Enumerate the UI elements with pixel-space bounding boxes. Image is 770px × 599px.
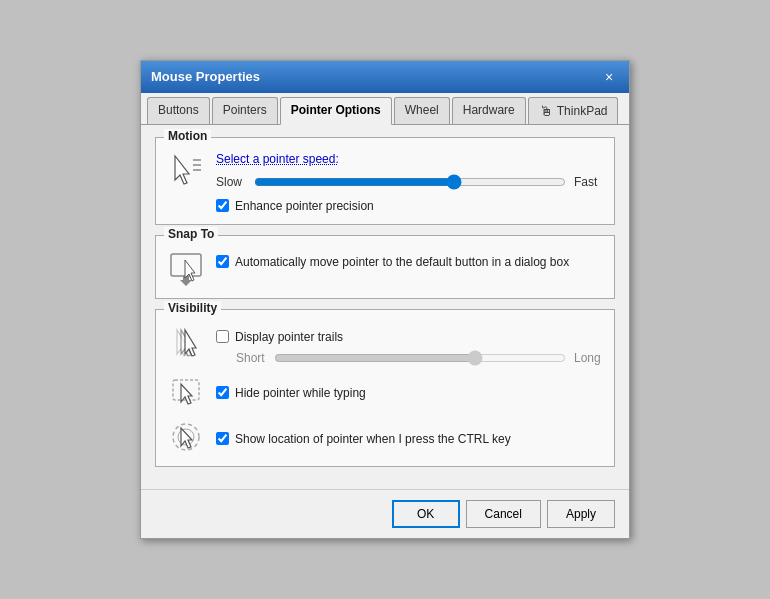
- ctrl-icon: [166, 418, 206, 456]
- apply-button[interactable]: Apply: [547, 500, 615, 528]
- trails-label: Display pointer trails: [235, 329, 343, 346]
- svg-marker-0: [175, 156, 189, 184]
- title-bar-buttons: ×: [599, 67, 619, 87]
- snap-to-title: Snap To: [164, 227, 218, 241]
- visibility-title: Visibility: [164, 301, 221, 315]
- ok-button[interactable]: OK: [392, 500, 460, 528]
- snap-to-label: Automatically move pointer to the defaul…: [235, 254, 569, 271]
- tab-bar: Buttons Pointers Pointer Options Wheel H…: [141, 93, 629, 125]
- snap-to-section: Snap To Automatically move pointer to th…: [155, 235, 615, 299]
- show-location-checkbox[interactable]: [216, 432, 229, 445]
- ctrl-label: Show location of pointer when I press th…: [235, 431, 511, 448]
- snap-icon: [166, 250, 206, 288]
- slow-label: Slow: [216, 175, 246, 189]
- motion-icon: [166, 152, 206, 190]
- dialog-content: Motion Select a pointer speed: Slow: [141, 125, 629, 490]
- trails-icon: [166, 324, 206, 366]
- hide-controls: Hide pointer while typing: [216, 381, 604, 402]
- motion-section: Motion Select a pointer speed: Slow: [155, 137, 615, 226]
- motion-inner: Select a pointer speed: Slow Fast Enhanc…: [166, 152, 604, 215]
- motion-controls: Select a pointer speed: Slow Fast Enhanc…: [216, 152, 604, 215]
- trails-length-slider[interactable]: [274, 350, 566, 366]
- hide-cursor-icon: [167, 372, 205, 410]
- svg-marker-9: [185, 330, 196, 356]
- trails-checkbox-row: Display pointer trails: [216, 329, 604, 346]
- display-trails-checkbox[interactable]: [216, 330, 229, 343]
- enhance-precision-row: Enhance pointer precision: [216, 198, 604, 215]
- ctrl-row: Show location of pointer when I press th…: [166, 418, 604, 456]
- svg-marker-11: [181, 384, 192, 404]
- tab-buttons[interactable]: Buttons: [147, 97, 210, 124]
- snap-inner: Automatically move pointer to the defaul…: [166, 250, 604, 288]
- fast-label: Fast: [574, 175, 604, 189]
- close-button[interactable]: ×: [599, 67, 619, 87]
- dialog-footer: OK Cancel Apply: [141, 489, 629, 538]
- tab-pointers[interactable]: Pointers: [212, 97, 278, 124]
- enhance-precision-label: Enhance pointer precision: [235, 198, 374, 215]
- motion-cursor-icon: [167, 152, 205, 190]
- trails-row: Display pointer trails Short Long: [166, 324, 604, 366]
- visibility-inner: Display pointer trails Short Long: [166, 324, 604, 456]
- cancel-button[interactable]: Cancel: [466, 500, 541, 528]
- speed-label: Select a pointer speed:: [216, 152, 604, 166]
- visibility-section: Visibility Display pointer t: [155, 309, 615, 467]
- thinkpad-icon: 🖱: [539, 103, 553, 119]
- short-label: Short: [236, 351, 266, 365]
- snap-to-checkbox[interactable]: [216, 255, 229, 268]
- trails-cursor-icon: [167, 324, 205, 366]
- hide-label: Hide pointer while typing: [235, 385, 366, 402]
- trails-slider-row: Short Long: [216, 350, 604, 366]
- hide-pointer-checkbox[interactable]: [216, 386, 229, 399]
- long-label: Long: [574, 351, 604, 365]
- hide-checkbox-row: Hide pointer while typing: [216, 385, 604, 402]
- dialog-title: Mouse Properties: [151, 69, 260, 84]
- tab-pointer-options[interactable]: Pointer Options: [280, 97, 392, 125]
- ctrl-cursor-icon: [167, 418, 205, 456]
- pointer-speed-slider[interactable]: [254, 174, 566, 190]
- hide-row: Hide pointer while typing: [166, 372, 604, 410]
- tab-wheel[interactable]: Wheel: [394, 97, 450, 124]
- enhance-precision-checkbox[interactable]: [216, 199, 229, 212]
- speed-slider-row: Slow Fast: [216, 174, 604, 190]
- title-bar: Mouse Properties ×: [141, 61, 629, 93]
- svg-marker-14: [181, 428, 192, 448]
- motion-title: Motion: [164, 129, 211, 143]
- snap-checkbox-row: Automatically move pointer to the defaul…: [216, 254, 604, 271]
- mouse-properties-dialog: Mouse Properties × Buttons Pointers Poin…: [140, 60, 630, 540]
- ctrl-checkbox-row: Show location of pointer when I press th…: [216, 431, 604, 448]
- hide-icon: [166, 372, 206, 410]
- snap-controls: Automatically move pointer to the defaul…: [216, 250, 604, 271]
- tab-thinkpad[interactable]: 🖱 ThinkPad: [528, 97, 619, 124]
- snap-cursor-icon: [167, 250, 205, 288]
- tab-hardware[interactable]: Hardware: [452, 97, 526, 124]
- ctrl-controls: Show location of pointer when I press th…: [216, 427, 604, 448]
- trails-controls: Display pointer trails Short Long: [216, 325, 604, 366]
